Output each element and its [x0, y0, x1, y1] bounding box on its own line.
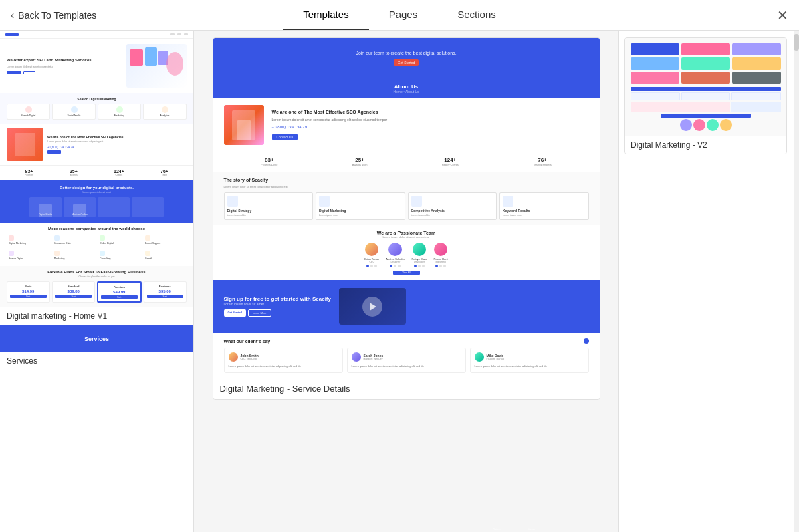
right-template-v2[interactable]: Digital Marketing - V2 — [624, 37, 787, 154]
story-card-strategy: Digital Strategy Lorem ipsum dolor — [224, 192, 314, 220]
team-member-1: Brian Turner CEO — [364, 243, 379, 267]
signup-image — [339, 288, 406, 325]
center-panel: Join our team to create the best digital… — [194, 31, 618, 532]
tab-sections[interactable]: Sections — [437, 0, 516, 30]
section-about-us-header: About Us Home • About Us — [213, 78, 600, 98]
right-preview-image — [625, 38, 786, 136]
navigation-tabs: Templates Pages Sections — [283, 0, 516, 30]
chevron-left-icon: ‹ — [11, 9, 14, 21]
seo-image — [224, 105, 264, 145]
tab-templates[interactable]: Templates — [283, 0, 368, 30]
team-member-4: Naomi Hunt Marketing — [434, 243, 448, 267]
section-signup: Sign up for free to get started with Sea… — [213, 280, 600, 333]
section-stats: 83+ Projects Done 25+ Awards Won 124+ Ha… — [213, 152, 600, 172]
back-button-label: Back To Templates — [18, 10, 96, 21]
right-panel: Digital Marketing - V2 — [618, 31, 799, 532]
close-button[interactable]: ✕ — [777, 7, 788, 23]
story-card-keywords: Keyword Results Lorem ipsum dolor — [499, 192, 589, 220]
left-services-label: Services — [0, 352, 193, 370]
center-template-preview[interactable]: Join our team to create the best digital… — [213, 37, 600, 400]
right-template-label: Digital Marketing - V2 — [625, 136, 786, 154]
left-panel: We offer expert SEO and Marketing Servic… — [0, 31, 194, 532]
header: ‹ Back To Templates Templates Pages Sect… — [0, 0, 799, 31]
center-template-label: Digital Marketing - Service Details — [213, 378, 600, 399]
team-member-3: Pelayo Diara Developer — [412, 243, 427, 267]
section-blue-header: Join our team to create the best digital… — [213, 38, 600, 78]
section-seo: We are one of The Most Effective SEO Age… — [213, 98, 600, 152]
testimonial-indicator — [584, 338, 589, 344]
section-story: The story of Seacify Lorem ipsum dolor s… — [213, 172, 600, 225]
tab-pages[interactable]: Pages — [369, 0, 438, 30]
left-template-label: Digital marketing - Home V1 — [0, 307, 193, 325]
section-testimonials: What our client's say John Smith CEO, Te… — [213, 333, 600, 378]
contact-us-button[interactable]: Contact Us — [272, 134, 298, 140]
story-card-marketing: Digital Marketing Lorem ipsum dolor — [316, 192, 405, 220]
story-card-analysis: Competitive Analysis Lorem ipsum dolor — [408, 192, 497, 220]
left-template-services[interactable]: Services Services — [0, 325, 193, 370]
get-started-button[interactable]: Get Started — [394, 59, 419, 66]
team-member-2: Andrea Schulze Designer — [386, 243, 405, 267]
left-template-home-v1[interactable]: We offer expert SEO and Marketing Servic… — [0, 31, 193, 325]
main-content: We offer expert SEO and Marketing Servic… — [0, 31, 799, 532]
section-team: We are a Passionate Team Lorem ipsum dol… — [213, 225, 600, 280]
back-to-templates-button[interactable]: ‹ Back To Templates — [0, 0, 107, 30]
